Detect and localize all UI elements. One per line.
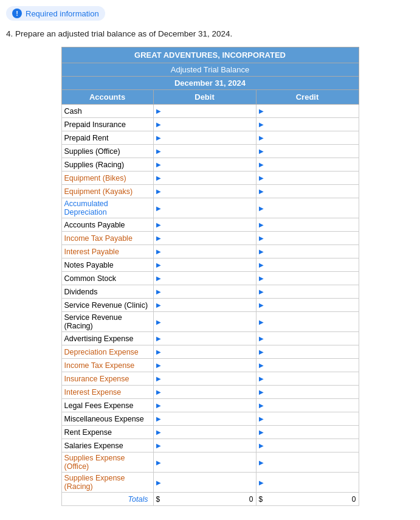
table-row: Dividends▶▶ — [61, 285, 359, 299]
table-row: Depreciation Expense▶▶ — [61, 345, 359, 359]
account-cell: Insurance Expense — [61, 372, 153, 386]
credit-input-cell[interactable]: ▶ — [256, 145, 359, 158]
credit-input-cell[interactable]: ▶ — [256, 285, 359, 299]
debit-input-cell[interactable]: ▶ — [153, 272, 256, 285]
table-row: Accounts Payable▶▶ — [61, 218, 359, 232]
debit-input-cell[interactable]: ▶ — [153, 372, 256, 386]
debit-input-cell[interactable]: ▶ — [153, 426, 256, 439]
credit-input-cell[interactable]: ▶ — [256, 332, 359, 345]
account-cell: Accumulated Depreciation — [61, 198, 153, 218]
required-label: Required information — [26, 9, 99, 18]
account-cell: Supplies (Racing) — [61, 158, 153, 172]
debit-input-cell[interactable]: ▶ — [153, 386, 256, 399]
col-debit: Debit — [153, 90, 256, 105]
debit-input-cell[interactable]: ▶ — [153, 258, 256, 272]
table-row: Service Revenue (Racing)▶▶ — [61, 312, 359, 332]
debit-input-cell[interactable]: ▶ — [153, 218, 256, 232]
debit-input-cell[interactable]: ▶ — [153, 232, 256, 245]
debit-input-cell[interactable]: ▶ — [153, 172, 256, 185]
account-cell: Legal Fees Expense — [61, 399, 153, 412]
table-row: Accumulated Depreciation▶▶ — [61, 198, 359, 218]
table-row: Interest Payable▶▶ — [61, 245, 359, 258]
debit-input-cell[interactable]: ▶ — [153, 345, 256, 359]
table-row: Advertising Expense▶▶ — [61, 332, 359, 345]
debit-input-cell[interactable]: ▶ — [153, 312, 256, 332]
debit-input-cell[interactable]: ▶ — [153, 452, 256, 473]
table-row: Interest Expense▶▶ — [61, 386, 359, 399]
table-company: GREAT ADVENTURES, INCORPORATED — [61, 47, 359, 63]
account-cell: Income Tax Payable — [61, 232, 153, 245]
debit-input-cell[interactable]: ▶ — [153, 131, 256, 145]
credit-input-cell[interactable]: ▶ — [256, 198, 359, 218]
debit-input-cell[interactable]: ▶ — [153, 185, 256, 198]
debit-input-cell[interactable]: ▶ — [153, 245, 256, 258]
credit-input-cell[interactable]: ▶ — [256, 426, 359, 439]
table-row: Prepaid Insurance▶▶ — [61, 118, 359, 131]
credit-input-cell[interactable]: ▶ — [256, 232, 359, 245]
table-row: Service Revenue (Clinic)▶▶ — [61, 299, 359, 312]
debit-input-cell[interactable]: ▶ — [153, 118, 256, 131]
debit-input-cell[interactable]: ▶ — [153, 198, 256, 218]
table-row: Income Tax Expense▶▶ — [61, 359, 359, 372]
credit-input-cell[interactable]: ▶ — [256, 473, 359, 493]
debit-input-cell[interactable]: ▶ — [153, 399, 256, 412]
debit-input-cell[interactable]: ▶ — [153, 332, 256, 345]
table-row: Supplies Expense (Office)▶▶ — [61, 452, 359, 473]
account-cell: Service Revenue (Clinic) — [61, 299, 153, 312]
debit-total: $0 — [153, 493, 256, 506]
account-cell: Interest Payable — [61, 245, 153, 258]
credit-input-cell[interactable]: ▶ — [256, 118, 359, 131]
credit-input-cell[interactable]: ▶ — [256, 172, 359, 185]
credit-input-cell[interactable]: ▶ — [256, 272, 359, 285]
credit-input-cell[interactable]: ▶ — [256, 452, 359, 473]
account-cell: Notes Payable — [61, 258, 153, 272]
debit-input-cell[interactable]: ▶ — [153, 359, 256, 372]
table-date: December 31, 2024 — [61, 77, 359, 90]
table-subtitle: Adjusted Trial Balance — [61, 63, 359, 77]
info-icon: ! — [12, 9, 22, 18]
account-cell: Common Stock — [61, 272, 153, 285]
credit-input-cell[interactable]: ▶ — [256, 131, 359, 145]
trial-balance-table-wrapper: GREAT ADVENTURES, INCORPORATED Adjusted … — [61, 47, 359, 506]
credit-input-cell[interactable]: ▶ — [256, 439, 359, 452]
credit-input-cell[interactable]: ▶ — [256, 345, 359, 359]
credit-input-cell[interactable]: ▶ — [256, 185, 359, 198]
account-cell: Supplies Expense (Racing) — [61, 473, 153, 493]
account-cell: Supplies Expense (Office) — [61, 452, 153, 473]
credit-input-cell[interactable]: ▶ — [256, 105, 359, 118]
credit-input-cell[interactable]: ▶ — [256, 158, 359, 172]
table-row: Equipment (Kayaks)▶▶ — [61, 185, 359, 198]
account-cell: Depreciation Expense — [61, 345, 153, 359]
credit-input-cell[interactable]: ▶ — [256, 218, 359, 232]
debit-input-cell[interactable]: ▶ — [153, 285, 256, 299]
trial-balance-table: GREAT ADVENTURES, INCORPORATED Adjusted … — [61, 47, 359, 506]
credit-input-cell[interactable]: ▶ — [256, 372, 359, 386]
debit-input-cell[interactable]: ▶ — [153, 439, 256, 452]
account-cell: Supplies (Office) — [61, 145, 153, 158]
table-row: Notes Payable▶▶ — [61, 258, 359, 272]
credit-input-cell[interactable]: ▶ — [256, 299, 359, 312]
account-cell: Rent Expense — [61, 426, 153, 439]
table-row: Supplies (Racing)▶▶ — [61, 158, 359, 172]
credit-input-cell[interactable]: ▶ — [256, 412, 359, 426]
account-cell: Equipment (Kayaks) — [61, 185, 153, 198]
credit-input-cell[interactable]: ▶ — [256, 399, 359, 412]
credit-input-cell[interactable]: ▶ — [256, 359, 359, 372]
credit-input-cell[interactable]: ▶ — [256, 258, 359, 272]
debit-input-cell[interactable]: ▶ — [153, 473, 256, 493]
col-accounts: Accounts — [61, 90, 153, 105]
debit-input-cell[interactable]: ▶ — [153, 299, 256, 312]
debit-input-cell[interactable]: ▶ — [153, 412, 256, 426]
account-cell: Dividends — [61, 285, 153, 299]
credit-input-cell[interactable]: ▶ — [256, 312, 359, 332]
table-row: Miscellaneous Expense▶▶ — [61, 412, 359, 426]
account-cell: Cash — [61, 105, 153, 118]
debit-input-cell[interactable]: ▶ — [153, 158, 256, 172]
table-row: Equipment (Bikes)▶▶ — [61, 172, 359, 185]
debit-input-cell[interactable]: ▶ — [153, 105, 256, 118]
col-credit: Credit — [256, 90, 359, 105]
account-cell: Accounts Payable — [61, 218, 153, 232]
credit-input-cell[interactable]: ▶ — [256, 386, 359, 399]
debit-input-cell[interactable]: ▶ — [153, 145, 256, 158]
credit-input-cell[interactable]: ▶ — [256, 245, 359, 258]
